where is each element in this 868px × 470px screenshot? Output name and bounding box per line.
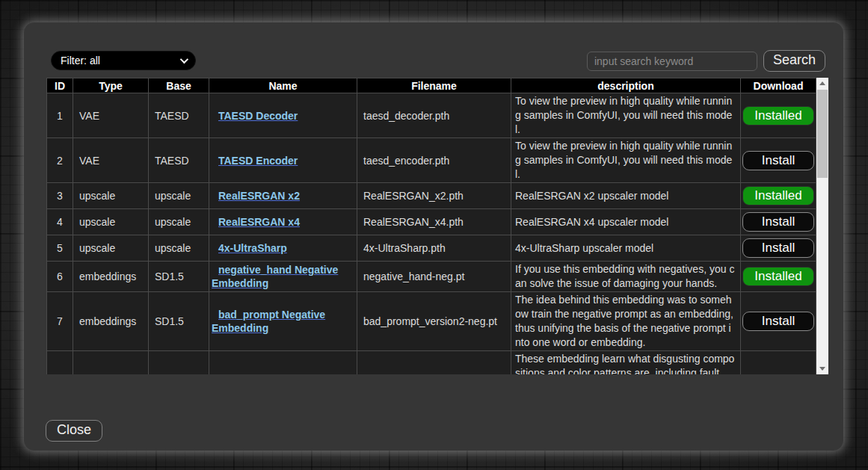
install-button[interactable]: Install (742, 151, 814, 170)
install-button[interactable]: Installed (742, 186, 814, 205)
cell-filename: negative_hand-neg.pt (357, 262, 511, 292)
cell-description: To view the preview in high quality whil… (511, 93, 741, 138)
cell-type: embeddings (73, 262, 149, 292)
close-button[interactable]: Close (46, 420, 102, 442)
search-input[interactable] (587, 52, 757, 71)
install-button[interactable]: Install (742, 238, 814, 258)
model-name-link[interactable]: bad_prompt Negative Embedding (212, 309, 325, 334)
cell-type: VAE (73, 138, 149, 183)
cell-type: embeddings (73, 292, 149, 351)
install-button[interactable]: Installed (742, 106, 814, 126)
cell-description: RealESRGAN x4 upscaler model (511, 209, 741, 235)
cell-download: Install (741, 209, 816, 235)
search-button[interactable]: Search (763, 50, 825, 72)
scrollbar-thumb[interactable] (817, 90, 828, 178)
model-name-link[interactable]: RealESRGAN x4 (218, 216, 300, 228)
cell-base: upscale (149, 209, 209, 235)
cell-id: 5 (47, 235, 73, 262)
cell-base: upscale (149, 183, 209, 209)
cell-name: TAESD Encoder (209, 138, 357, 183)
cell-type (73, 351, 149, 375)
cell-id: 7 (47, 292, 73, 351)
table-row: 3 upscale upscale RealESRGAN x2 RealESRG… (47, 183, 816, 209)
col-header-download: Download (741, 78, 816, 93)
cell-name: bad_prompt Negative Embedding (209, 292, 357, 351)
models-table-container: ID Type Base Name Filename description D… (46, 78, 828, 374)
table-row: These embedding learn what disgusting co… (47, 351, 816, 375)
cell-filename: RealESRGAN_x2.pth (357, 183, 511, 209)
cell-base: SD1.5 (149, 292, 209, 351)
scrollbar-down-button[interactable] (816, 363, 828, 374)
cell-description: If you use this embedding with negatives… (511, 262, 741, 292)
table-header-row: ID Type Base Name Filename description D… (47, 78, 816, 93)
scrollbar-up-button[interactable] (816, 78, 828, 89)
table-row: 1 VAE TAESD TAESD Decoder taesd_decoder.… (47, 93, 816, 138)
col-header-name: Name (209, 78, 357, 93)
cell-type: upscale (73, 209, 149, 235)
cell-download: Install (741, 235, 816, 262)
cell-id (47, 351, 73, 375)
cell-description: These embedding learn what disgusting co… (511, 351, 741, 375)
cell-description: To view the preview in high quality whil… (511, 138, 741, 183)
install-button[interactable]: Installed (742, 267, 814, 286)
install-button[interactable]: Install (742, 312, 814, 331)
cell-download: Installed (741, 93, 816, 138)
table-row: 2 VAE TAESD TAESD Encoder taesd_encoder.… (47, 138, 816, 183)
cell-name: TAESD Decoder (209, 93, 357, 138)
search-group: Search (587, 50, 825, 72)
cell-download: Install (741, 292, 816, 351)
cell-filename: taesd_decoder.pth (357, 93, 511, 138)
install-button[interactable]: Install (742, 212, 814, 232)
cell-description: 4x-UltraSharp upscaler model (511, 235, 741, 262)
cell-filename: bad_prompt_version2-neg.pt (357, 292, 511, 351)
cell-filename: 4x-UltraSharp.pth (357, 235, 511, 262)
model-name-link[interactable]: 4x-UltraSharp (218, 242, 287, 254)
model-name-link[interactable]: negative_hand Negative Embedding (212, 264, 338, 289)
cell-filename (357, 351, 511, 375)
col-header-description: description (511, 78, 741, 93)
model-name-link[interactable]: TAESD Encoder (218, 155, 298, 167)
cell-download: Installed (741, 183, 816, 209)
cell-id: 3 (47, 183, 73, 209)
filter-select[interactable]: Filter: all (51, 51, 196, 70)
cell-base: upscale (149, 235, 209, 262)
cell-base: SD1.5 (149, 262, 209, 292)
cell-filename: RealESRGAN_x4.pth (357, 209, 511, 235)
scroll-down-icon (819, 367, 825, 371)
table-row: 7 embeddings SD1.5 bad_prompt Negative E… (47, 292, 816, 351)
col-header-id: ID (47, 78, 73, 93)
model-name-link[interactable]: TAESD Decoder (218, 110, 298, 122)
cell-description: The idea behind this embedding was to so… (511, 292, 741, 351)
table-row: 4 upscale upscale RealESRGAN x4 RealESRG… (47, 209, 816, 235)
model-name-link[interactable]: RealESRGAN x2 (218, 190, 300, 202)
cell-name: 4x-UltraSharp (209, 235, 357, 262)
cell-download (741, 351, 816, 375)
cell-download: Installed (741, 262, 816, 292)
cell-filename: taesd_encoder.pth (357, 138, 511, 183)
table-row: 5 upscale upscale 4x-UltraSharp 4x-Ultra… (47, 235, 816, 262)
cell-name (209, 351, 357, 375)
cell-base: TAESD (149, 138, 209, 183)
cell-type: VAE (73, 93, 149, 138)
cell-base: TAESD (149, 93, 209, 138)
cell-name: negative_hand Negative Embedding (209, 262, 357, 292)
cell-type: upscale (73, 235, 149, 262)
filter-select-label: Filter: all (61, 55, 100, 67)
cell-name: RealESRGAN x2 (209, 183, 357, 209)
scroll-up-icon (819, 81, 825, 85)
col-header-base: Base (149, 78, 209, 93)
table-row: 6 embeddings SD1.5 negative_hand Negativ… (47, 262, 816, 292)
table-scrollbar[interactable] (816, 78, 828, 374)
cell-name: RealESRGAN x4 (209, 209, 357, 235)
cell-id: 2 (47, 138, 73, 183)
cell-id: 6 (47, 262, 73, 292)
models-table: ID Type Base Name Filename description D… (46, 78, 816, 374)
cell-type: upscale (73, 183, 149, 209)
cell-download: Install (741, 138, 816, 183)
col-header-type: Type (73, 78, 149, 93)
cell-id: 1 (47, 93, 73, 138)
cell-id: 4 (47, 209, 73, 235)
col-header-filename: Filename (357, 78, 511, 93)
cell-description: RealESRGAN x2 upscaler model (511, 183, 741, 209)
cell-base (149, 351, 209, 375)
